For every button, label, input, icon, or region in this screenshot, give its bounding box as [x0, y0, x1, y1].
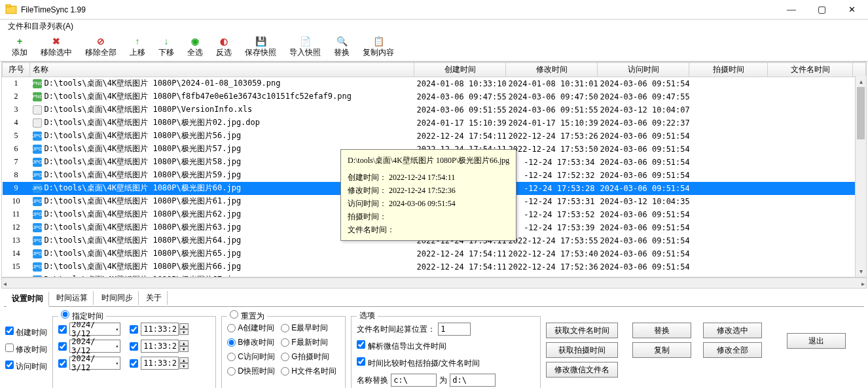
scroll-up-icon[interactable]: ▴: [856, 76, 866, 87]
check-parse-wx[interactable]: 解析微信导出文件时间: [357, 340, 446, 352]
btn-exit[interactable]: 退出: [787, 333, 846, 349]
replace-from[interactable]: [391, 374, 437, 387]
scroll-thumb[interactable]: [857, 87, 865, 139]
scroll-right-icon[interactable]: ▸: [861, 278, 865, 289]
table-row[interactable]: 3D:\tools\桌面\4K壁纸图片 1080P\VersionInfo.xl…: [3, 103, 866, 116]
replace-to[interactable]: [450, 374, 496, 387]
cell-name: PNGD:\tools\桌面\4K壁纸图片 1080P\f8fb47e0e61e…: [30, 90, 414, 103]
enable-time-3[interactable]: [130, 359, 138, 368]
toolbar-move-down[interactable]: ↓下移: [152, 35, 181, 58]
time-2[interactable]: [141, 340, 179, 353]
tab-about[interactable]: 关于: [141, 291, 168, 305]
cell-atime: 2024-03-06 09:51:54: [598, 130, 689, 143]
toolbar-copy-content[interactable]: 📋复制内容: [356, 35, 401, 58]
cell-atime: 2024-03-06 09:51:54: [598, 234, 689, 247]
tab-time-calc[interactable]: 时间运算: [51, 291, 94, 305]
enable-date-1[interactable]: [58, 325, 67, 334]
horizontal-scrollbar[interactable]: ◂ ▸: [1, 277, 867, 289]
btn-mod-all[interactable]: 修改全部: [703, 342, 762, 358]
col-atime[interactable]: 访问时间: [598, 63, 689, 77]
table-row[interactable]: 4D:\tools\桌面\4K壁纸图片 1080P\极光图片02.jpg.dop…: [3, 116, 866, 130]
check-atime[interactable]: [5, 361, 14, 369]
spinner-3[interactable]: ▴▾: [179, 357, 189, 369]
col-ctime[interactable]: 创建时间: [414, 63, 506, 77]
table-row[interactable]: 14JPGD:\tools\桌面\4K壁纸图片 1080P\极光图片65.jpg…: [3, 247, 866, 260]
toolbar-move-up[interactable]: ↑上移: [123, 35, 152, 58]
btn-copy[interactable]: 复制: [632, 342, 691, 358]
table-row[interactable]: 5JPGD:\tools\桌面\4K壁纸图片 1080P\极光图片56.jpg2…: [3, 130, 866, 143]
radio-reset-label[interactable]: 重置为: [227, 310, 266, 322]
tab-set-time[interactable]: 设置时间: [7, 292, 49, 307]
btn-get-fn-time[interactable]: 获取文件名时间: [546, 323, 618, 338]
col-ptime[interactable]: 拍摄时间: [689, 63, 768, 77]
toolbar-save-snapshot[interactable]: 💾保存快照: [238, 35, 283, 58]
cell-ptime: [689, 90, 768, 103]
table-row[interactable]: 2PNGD:\tools\桌面\4K壁纸图片 1080P\f8fb47e0e61…: [3, 90, 866, 103]
vertical-scrollbar[interactable]: ▴ ▾: [855, 76, 866, 277]
time-3[interactable]: [141, 357, 179, 370]
fnstart-input[interactable]: [438, 323, 471, 336]
btn-mod-sel[interactable]: 修改选中: [703, 323, 762, 338]
close-button[interactable]: ✕: [837, 0, 867, 19]
check-include-pf[interactable]: 时间比较时包括拍摄/文件名时间: [357, 357, 480, 369]
spinner-2[interactable]: ▴▾: [179, 340, 189, 352]
radio-d[interactable]: D快照时间: [227, 366, 278, 377]
radio-reset[interactable]: [230, 310, 238, 319]
tab-time-sync[interactable]: 时间同步: [96, 291, 139, 305]
table-row[interactable]: 15JPGD:\tools\桌面\4K壁纸图片 1080P\极光图片66.jpg…: [3, 260, 866, 273]
tooltip-ctime: 创建时间： 2022-12-24 17:54:11: [348, 171, 509, 184]
radio-specify-label[interactable]: 指定时间: [58, 310, 105, 322]
radio-h[interactable]: H文件名时间: [281, 366, 336, 377]
check-mtime[interactable]: [5, 344, 14, 352]
col-mtime[interactable]: 修改时间: [506, 63, 598, 77]
col-ftime[interactable]: 文件名时间: [768, 63, 853, 77]
enable-time-2[interactable]: [130, 342, 138, 351]
radio-e[interactable]: E最早时间: [281, 323, 332, 334]
toolbar-label: 全选: [187, 47, 203, 58]
date-2[interactable]: 2024/ 3/12▾: [69, 340, 120, 353]
col-seq[interactable]: 序号: [3, 63, 30, 77]
check-mtime-label[interactable]: 修改时间: [5, 344, 47, 355]
btn-replace[interactable]: 替换: [632, 323, 691, 338]
toolbar-invert[interactable]: ◐反选: [209, 35, 238, 58]
spinner-1[interactable]: ▴▾: [179, 323, 189, 335]
check-ctime[interactable]: [5, 326, 14, 335]
table-row[interactable]: 1PNGD:\tools\桌面\4K壁纸图片 1080P\2024-01-08_…: [3, 77, 866, 90]
radio-c[interactable]: C访问时间: [227, 351, 278, 362]
radio-specify[interactable]: [61, 310, 69, 319]
enable-date-3[interactable]: [58, 359, 67, 368]
toolbar-import-snapshot[interactable]: 📄导入快照: [283, 35, 327, 58]
menu-file-list[interactable]: 文件和目录列表(A): [5, 20, 76, 32]
date-1[interactable]: 2024/ 3/12▾: [69, 323, 120, 336]
cell-ftime: [768, 182, 853, 195]
time-1[interactable]: [141, 323, 179, 336]
radio-f[interactable]: F最新时间: [281, 337, 332, 348]
col-name[interactable]: 名称: [30, 63, 414, 77]
cell-ptime: [689, 156, 768, 169]
radio-b[interactable]: B修改时间: [227, 337, 278, 348]
maximize-button[interactable]: ▢: [806, 0, 837, 19]
titlebar: FileTimeSync 1.99 — ▢ ✕: [0, 0, 868, 20]
date-3[interactable]: 2024/ 3/12▾: [69, 357, 120, 370]
toolbar-replace[interactable]: 🔍替换: [327, 35, 356, 58]
radio-g[interactable]: G拍摄时间: [281, 351, 332, 362]
toolbar-remove-selected[interactable]: ✖移除选中: [34, 35, 79, 58]
menubar: 文件和目录列表(A): [0, 20, 868, 33]
enable-time-1[interactable]: [130, 325, 138, 334]
toolbar-label: 移除全部: [85, 47, 117, 58]
enable-date-2[interactable]: [58, 342, 67, 351]
radio-a[interactable]: A创建时间: [227, 323, 278, 334]
toolbar-remove-all[interactable]: ⊘移除全部: [79, 35, 123, 58]
toolbar-label: 保存快照: [245, 47, 276, 58]
check-ctime-label[interactable]: 创建时间: [5, 326, 47, 338]
scroll-left-icon[interactable]: ◂: [3, 278, 7, 289]
btn-mod-wx-name[interactable]: 修改微信文件名: [546, 362, 618, 378]
scroll-down-icon[interactable]: ▾: [856, 266, 866, 277]
toolbar-select-all[interactable]: ◉全选: [181, 35, 209, 58]
toolbar-label: 反选: [216, 47, 232, 58]
minimize-button[interactable]: —: [776, 0, 806, 19]
btn-get-shot-time[interactable]: 获取拍摄时间: [546, 342, 618, 358]
check-atime-label[interactable]: 访问时间: [5, 361, 47, 372]
toolbar-add[interactable]: +添加: [5, 35, 34, 58]
table-header-row: 序号 名称 创建时间 修改时间 访问时间 拍摄时间 文件名时间: [3, 63, 866, 77]
